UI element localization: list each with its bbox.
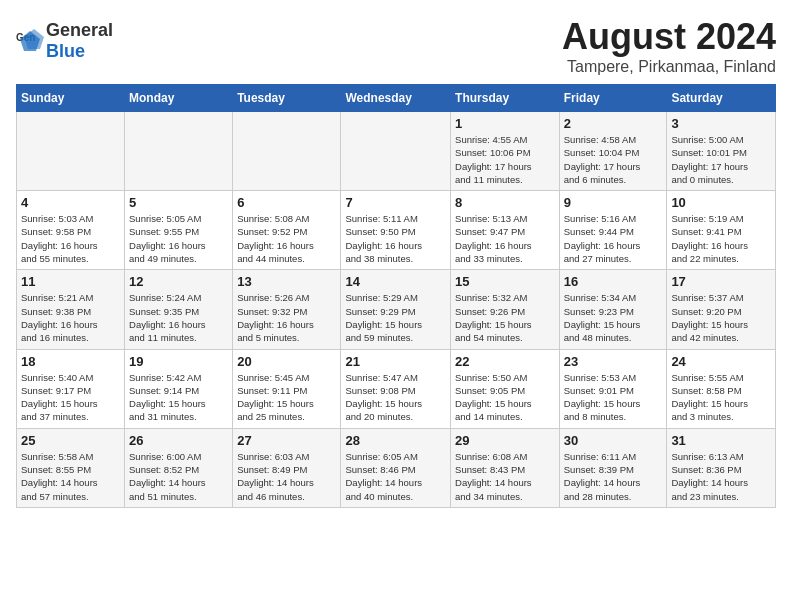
day-number: 21 (345, 354, 446, 369)
day-detail: Sunrise: 5:45 AMSunset: 9:11 PMDaylight:… (237, 371, 336, 424)
day-detail: Sunrise: 5:00 AMSunset: 10:01 PMDaylight… (671, 133, 771, 186)
logo-blue: Blue (46, 41, 85, 61)
calendar-header: SundayMondayTuesdayWednesdayThursdayFrid… (17, 85, 776, 112)
day-cell: 27Sunrise: 6:03 AMSunset: 8:49 PMDayligh… (233, 428, 341, 507)
day-number: 11 (21, 274, 120, 289)
day-detail: Sunrise: 5:34 AMSunset: 9:23 PMDaylight:… (564, 291, 663, 344)
logo-general: General (46, 20, 113, 40)
day-number: 15 (455, 274, 555, 289)
day-number: 10 (671, 195, 771, 210)
day-cell: 10Sunrise: 5:19 AMSunset: 9:41 PMDayligh… (667, 191, 776, 270)
day-detail: Sunrise: 5:19 AMSunset: 9:41 PMDaylight:… (671, 212, 771, 265)
week-row-1: 1Sunrise: 4:55 AMSunset: 10:06 PMDayligh… (17, 112, 776, 191)
day-cell: 28Sunrise: 6:05 AMSunset: 8:46 PMDayligh… (341, 428, 451, 507)
day-detail: Sunrise: 6:11 AMSunset: 8:39 PMDaylight:… (564, 450, 663, 503)
day-number: 23 (564, 354, 663, 369)
day-number: 30 (564, 433, 663, 448)
day-cell: 31Sunrise: 6:13 AMSunset: 8:36 PMDayligh… (667, 428, 776, 507)
day-detail: Sunrise: 5:21 AMSunset: 9:38 PMDaylight:… (21, 291, 120, 344)
day-cell: 11Sunrise: 5:21 AMSunset: 9:38 PMDayligh… (17, 270, 125, 349)
day-detail: Sunrise: 5:26 AMSunset: 9:32 PMDaylight:… (237, 291, 336, 344)
day-number: 31 (671, 433, 771, 448)
day-number: 14 (345, 274, 446, 289)
day-detail: Sunrise: 5:32 AMSunset: 9:26 PMDaylight:… (455, 291, 555, 344)
day-number: 18 (21, 354, 120, 369)
column-header-thursday: Thursday (451, 85, 560, 112)
day-detail: Sunrise: 5:55 AMSunset: 8:58 PMDaylight:… (671, 371, 771, 424)
day-cell: 20Sunrise: 5:45 AMSunset: 9:11 PMDayligh… (233, 349, 341, 428)
day-number: 28 (345, 433, 446, 448)
day-detail: Sunrise: 5:05 AMSunset: 9:55 PMDaylight:… (129, 212, 228, 265)
day-cell (17, 112, 125, 191)
day-number: 12 (129, 274, 228, 289)
day-cell: 24Sunrise: 5:55 AMSunset: 8:58 PMDayligh… (667, 349, 776, 428)
day-cell: 29Sunrise: 6:08 AMSunset: 8:43 PMDayligh… (451, 428, 560, 507)
column-header-monday: Monday (125, 85, 233, 112)
day-cell: 21Sunrise: 5:47 AMSunset: 9:08 PMDayligh… (341, 349, 451, 428)
header-row: SundayMondayTuesdayWednesdayThursdayFrid… (17, 85, 776, 112)
day-cell: 6Sunrise: 5:08 AMSunset: 9:52 PMDaylight… (233, 191, 341, 270)
day-number: 2 (564, 116, 663, 131)
week-row-3: 11Sunrise: 5:21 AMSunset: 9:38 PMDayligh… (17, 270, 776, 349)
day-cell: 13Sunrise: 5:26 AMSunset: 9:32 PMDayligh… (233, 270, 341, 349)
calendar-body: 1Sunrise: 4:55 AMSunset: 10:06 PMDayligh… (17, 112, 776, 508)
day-detail: Sunrise: 5:08 AMSunset: 9:52 PMDaylight:… (237, 212, 336, 265)
day-detail: Sunrise: 5:53 AMSunset: 9:01 PMDaylight:… (564, 371, 663, 424)
day-number: 20 (237, 354, 336, 369)
day-cell (341, 112, 451, 191)
day-detail: Sunrise: 6:05 AMSunset: 8:46 PMDaylight:… (345, 450, 446, 503)
day-cell: 9Sunrise: 5:16 AMSunset: 9:44 PMDaylight… (559, 191, 667, 270)
day-number: 29 (455, 433, 555, 448)
day-cell: 15Sunrise: 5:32 AMSunset: 9:26 PMDayligh… (451, 270, 560, 349)
calendar-table: SundayMondayTuesdayWednesdayThursdayFrid… (16, 84, 776, 508)
day-cell: 22Sunrise: 5:50 AMSunset: 9:05 PMDayligh… (451, 349, 560, 428)
day-cell: 12Sunrise: 5:24 AMSunset: 9:35 PMDayligh… (125, 270, 233, 349)
day-detail: Sunrise: 6:03 AMSunset: 8:49 PMDaylight:… (237, 450, 336, 503)
day-detail: Sunrise: 6:00 AMSunset: 8:52 PMDaylight:… (129, 450, 228, 503)
logo: Gen General Blue (16, 20, 113, 62)
day-number: 3 (671, 116, 771, 131)
day-cell: 19Sunrise: 5:42 AMSunset: 9:14 PMDayligh… (125, 349, 233, 428)
day-detail: Sunrise: 6:13 AMSunset: 8:36 PMDaylight:… (671, 450, 771, 503)
day-number: 26 (129, 433, 228, 448)
day-cell: 4Sunrise: 5:03 AMSunset: 9:58 PMDaylight… (17, 191, 125, 270)
subtitle: Tampere, Pirkanmaa, Finland (562, 58, 776, 76)
day-cell: 23Sunrise: 5:53 AMSunset: 9:01 PMDayligh… (559, 349, 667, 428)
day-cell: 7Sunrise: 5:11 AMSunset: 9:50 PMDaylight… (341, 191, 451, 270)
day-cell: 14Sunrise: 5:29 AMSunset: 9:29 PMDayligh… (341, 270, 451, 349)
day-cell (125, 112, 233, 191)
day-detail: Sunrise: 5:47 AMSunset: 9:08 PMDaylight:… (345, 371, 446, 424)
day-number: 8 (455, 195, 555, 210)
day-cell: 25Sunrise: 5:58 AMSunset: 8:55 PMDayligh… (17, 428, 125, 507)
day-number: 24 (671, 354, 771, 369)
day-number: 27 (237, 433, 336, 448)
column-header-friday: Friday (559, 85, 667, 112)
day-detail: Sunrise: 5:16 AMSunset: 9:44 PMDaylight:… (564, 212, 663, 265)
week-row-5: 25Sunrise: 5:58 AMSunset: 8:55 PMDayligh… (17, 428, 776, 507)
day-detail: Sunrise: 6:08 AMSunset: 8:43 PMDaylight:… (455, 450, 555, 503)
day-number: 7 (345, 195, 446, 210)
day-detail: Sunrise: 4:58 AMSunset: 10:04 PMDaylight… (564, 133, 663, 186)
day-number: 9 (564, 195, 663, 210)
day-detail: Sunrise: 5:42 AMSunset: 9:14 PMDaylight:… (129, 371, 228, 424)
day-detail: Sunrise: 5:11 AMSunset: 9:50 PMDaylight:… (345, 212, 446, 265)
main-title: August 2024 (562, 16, 776, 58)
day-number: 16 (564, 274, 663, 289)
column-header-tuesday: Tuesday (233, 85, 341, 112)
day-number: 4 (21, 195, 120, 210)
day-detail: Sunrise: 5:29 AMSunset: 9:29 PMDaylight:… (345, 291, 446, 344)
day-detail: Sunrise: 5:37 AMSunset: 9:20 PMDaylight:… (671, 291, 771, 344)
day-detail: Sunrise: 4:55 AMSunset: 10:06 PMDaylight… (455, 133, 555, 186)
day-detail: Sunrise: 5:24 AMSunset: 9:35 PMDaylight:… (129, 291, 228, 344)
day-cell: 16Sunrise: 5:34 AMSunset: 9:23 PMDayligh… (559, 270, 667, 349)
day-cell: 30Sunrise: 6:11 AMSunset: 8:39 PMDayligh… (559, 428, 667, 507)
week-row-4: 18Sunrise: 5:40 AMSunset: 9:17 PMDayligh… (17, 349, 776, 428)
column-header-sunday: Sunday (17, 85, 125, 112)
day-cell: 3Sunrise: 5:00 AMSunset: 10:01 PMDayligh… (667, 112, 776, 191)
column-header-saturday: Saturday (667, 85, 776, 112)
logo-text: General Blue (46, 20, 113, 62)
day-number: 17 (671, 274, 771, 289)
title-area: August 2024 Tampere, Pirkanmaa, Finland (562, 16, 776, 76)
day-number: 19 (129, 354, 228, 369)
logo-icon: Gen (16, 27, 44, 55)
